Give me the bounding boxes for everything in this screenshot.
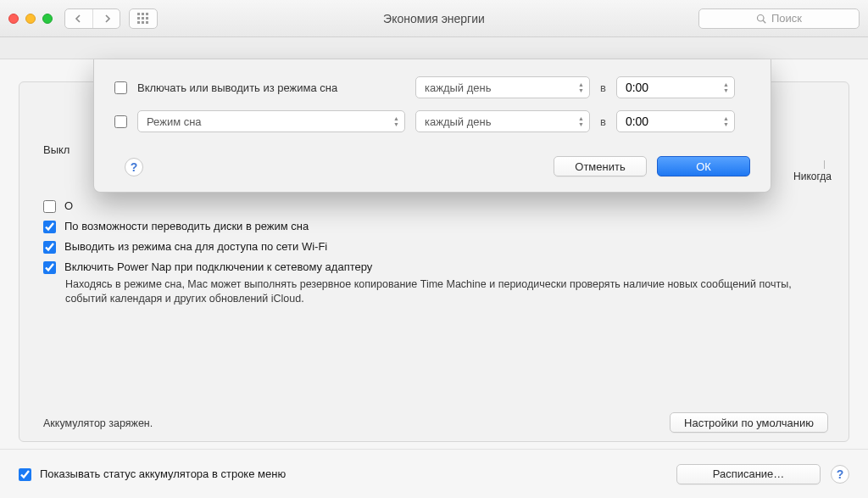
svg-rect-5: [146, 17, 148, 20]
schedule-sleep-checkbox[interactable]: [114, 115, 127, 128]
disk-sleep-checkbox[interactable]: [43, 221, 56, 233]
schedule-button[interactable]: Расписание…: [676, 464, 821, 484]
disk-sleep-row: По возможности переводить диски в режим …: [43, 220, 825, 233]
traffic-lights: [8, 14, 53, 24]
slider-never-label: Никогда: [793, 171, 832, 182]
at-label-2: в: [600, 115, 606, 128]
schedule-wake-checkbox[interactable]: [114, 81, 127, 94]
svg-line-10: [763, 20, 765, 23]
nav-back-forward: [64, 8, 120, 29]
power-nap-checkbox[interactable]: [43, 261, 56, 274]
stepper-icon: ▲▼: [723, 81, 729, 93]
schedule-sleep-time-field[interactable]: 0:00 ▲▼: [616, 110, 735, 132]
main-area: Выкл Никогда О По возможности переводить…: [0, 59, 868, 449]
minimize-window-icon[interactable]: [25, 14, 36, 24]
slider-tick: [824, 160, 825, 169]
slider-never-fragment: Никогда: [793, 160, 832, 182]
power-nap-row: Включить Power Nap при подключении к сет…: [43, 260, 825, 274]
svg-rect-3: [137, 17, 140, 20]
wake-wifi-checkbox[interactable]: [43, 241, 56, 254]
zoom-window-icon[interactable]: [42, 14, 53, 24]
disk-sleep-label: По возможности переводить диски в режим …: [64, 220, 309, 232]
cancel-button[interactable]: Отменить: [554, 156, 647, 176]
schedule-wake-time-field[interactable]: 0:00 ▲▼: [616, 76, 735, 98]
tab-strip: [0, 37, 868, 59]
schedule-sleep-row: Режим сна ▲▼ каждый день ▲▼ в 0:00 ▲▼: [114, 110, 750, 132]
at-label-1: в: [600, 81, 606, 94]
svg-rect-4: [142, 17, 144, 20]
svg-rect-0: [137, 13, 140, 15]
wake-wifi-label: Выводить из режима сна для доступа по се…: [64, 240, 327, 253]
search-icon: [756, 14, 766, 24]
schedule-sleep-action-select[interactable]: Режим сна ▲▼: [137, 110, 405, 132]
svg-rect-7: [142, 21, 144, 24]
show-battery-menu-label: Показывать статус аккумулятора в строке …: [40, 467, 286, 480]
show-battery-menu-checkbox[interactable]: [19, 468, 31, 481]
option-row-truncated: О: [43, 199, 825, 213]
power-nap-label: Включить Power Nap при подключении к сет…: [64, 260, 372, 273]
sheet-button-row: Отменить ОК: [114, 156, 750, 176]
schedule-sheet: Включать или выводить из режима сна кажд…: [93, 59, 771, 193]
ok-button[interactable]: ОК: [657, 156, 750, 176]
chevron-updown-icon: ▲▼: [393, 115, 399, 127]
search-field[interactable]: Поиск: [698, 8, 860, 29]
svg-rect-2: [146, 13, 148, 15]
search-placeholder: Поиск: [771, 12, 802, 25]
stepper-icon: ▲▼: [723, 115, 729, 127]
titlebar: Экономия энергии Поиск: [0, 0, 868, 37]
show-battery-menu-row: Показывать статус аккумулятора в строке …: [19, 467, 286, 481]
bg-label-turnoff: Выкл: [43, 143, 70, 156]
svg-rect-1: [142, 13, 144, 15]
show-all-prefs-button[interactable]: [129, 8, 158, 29]
help-button[interactable]: ?: [831, 465, 849, 484]
bottom-strip: Показывать статус аккумулятора в строке …: [0, 449, 868, 498]
schedule-wake-row: Включать или выводить из режима сна кажд…: [114, 76, 750, 98]
forward-button[interactable]: [92, 9, 120, 28]
grid-icon: [137, 13, 149, 25]
restore-defaults-button[interactable]: Настройки по умолчанию: [670, 412, 828, 433]
wake-wifi-row: Выводить из режима сна для доступа по се…: [43, 240, 825, 254]
schedule-sleep-day-select[interactable]: каждый день ▲▼: [415, 110, 590, 132]
option-label-truncated: О: [64, 199, 73, 212]
power-nap-description: Находясь в режиме сна, Mac может выполня…: [65, 277, 825, 306]
svg-point-9: [757, 14, 764, 21]
schedule-wake-day-select[interactable]: каждый день ▲▼: [415, 76, 590, 98]
help-button-sheet[interactable]: ?: [125, 158, 143, 176]
svg-rect-6: [137, 21, 140, 24]
battery-status: Аккумулятор заряжен.: [43, 417, 153, 429]
back-button[interactable]: [65, 9, 92, 28]
close-window-icon[interactable]: [8, 14, 19, 24]
option-checkbox-0[interactable]: [43, 200, 56, 213]
chevron-updown-icon: ▲▼: [578, 115, 584, 127]
chevron-updown-icon: ▲▼: [578, 81, 584, 93]
svg-rect-8: [146, 21, 148, 24]
schedule-wake-label: Включать или выводить из режима сна: [137, 81, 405, 94]
